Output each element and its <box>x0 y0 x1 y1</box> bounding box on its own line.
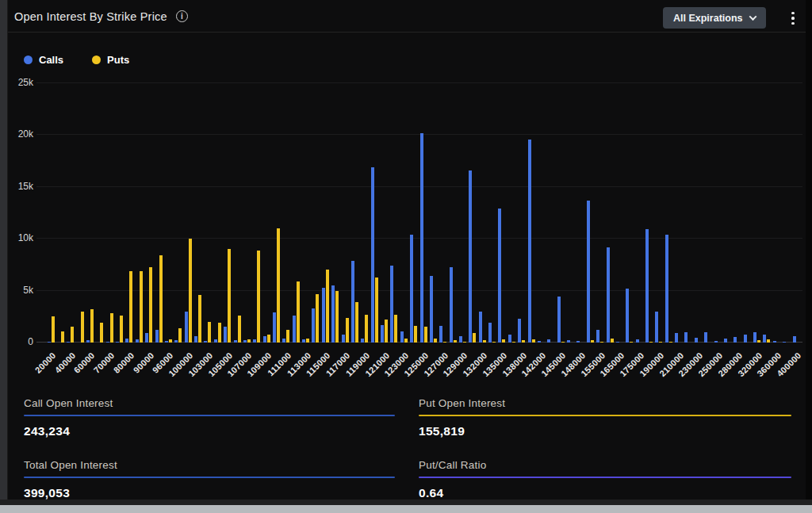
put-bar-128000 <box>454 340 457 343</box>
x-tick-60000: 60000 <box>72 350 97 375</box>
put-bar-96000 <box>169 339 172 343</box>
put-bar-65000 <box>100 323 103 343</box>
call-bar-190000 <box>655 312 658 343</box>
window-bottom-border <box>0 500 812 505</box>
call-bar-128000 <box>450 267 453 343</box>
put-bar-125000 <box>424 327 427 343</box>
legend-item-calls[interactable]: Calls <box>24 54 63 66</box>
put-bar-170000 <box>630 342 633 343</box>
call-bar-130000 <box>469 170 472 343</box>
stat-put-open-interest: Put Open Interest 155,819 <box>419 397 791 438</box>
call-bar-70000 <box>106 342 109 343</box>
put-bar-85000 <box>140 271 143 343</box>
y-tick-15k: 15k <box>10 181 33 192</box>
call-bar-107000 <box>243 340 247 343</box>
stat-label: Total Open Interest <box>24 459 395 471</box>
call-bar-155000 <box>596 330 599 343</box>
expirations-dropdown[interactable]: All Expirations <box>663 7 766 29</box>
call-bar-230000 <box>695 338 698 343</box>
window-left-edge <box>0 0 8 501</box>
info-icon[interactable]: i <box>176 10 188 22</box>
stat-label: Put Open Interest <box>419 397 791 409</box>
call-bar-100000 <box>185 312 188 343</box>
call-bar-340000 <box>763 335 766 343</box>
put-bar-111000 <box>286 330 289 343</box>
put-bar-121000 <box>385 320 388 343</box>
put-bar-117000 <box>346 318 349 343</box>
put-bar-102000 <box>198 295 201 343</box>
put-bar-130000 <box>473 333 476 343</box>
call-bar-125000 <box>420 133 423 343</box>
screenshot-stage: Open Interest By Strike Price i All Expi… <box>0 0 812 513</box>
put-bar-140000 <box>532 339 535 343</box>
put-bar-80000 <box>129 271 132 343</box>
call-bar-60000 <box>86 340 90 343</box>
window-bottom-edge <box>0 505 812 513</box>
call-bar-20000 <box>48 342 51 343</box>
put-bar-105000 <box>228 249 231 343</box>
call-bar-146000 <box>567 340 570 343</box>
call-bar-200000 <box>665 235 668 343</box>
call-bar-280000 <box>733 337 737 343</box>
call-bar-115000 <box>322 288 325 343</box>
call-bar-220000 <box>684 332 688 343</box>
put-bar-93000 <box>159 255 163 343</box>
call-bar-111000 <box>282 339 285 343</box>
put-bar-150000 <box>591 340 594 343</box>
call-bar-135000 <box>498 209 501 343</box>
call-bar-93000 <box>155 330 159 343</box>
calls-legend-dot <box>24 56 33 64</box>
call-bar-105000 <box>224 327 227 343</box>
x-tick-40000: 40000 <box>52 350 77 375</box>
put-bar-100000 <box>189 239 192 343</box>
stat-value: 399,053 <box>24 486 395 500</box>
call-bar-80000 <box>125 339 128 343</box>
put-bar-104000 <box>218 323 221 343</box>
put-bar-50000 <box>81 312 84 343</box>
call-bar-138000 <box>518 319 521 343</box>
put-bar-124000 <box>414 326 417 343</box>
more-options-button[interactable] <box>786 9 800 28</box>
call-bar-175000 <box>636 339 639 343</box>
stat-call-open-interest: Call Open Interest 243,234 <box>24 397 395 438</box>
panel-header: Open Interest By Strike Price i All Expi… <box>8 0 806 33</box>
call-bar-114000 <box>312 308 315 343</box>
put-bar-20000 <box>52 316 55 343</box>
put-bar-119000 <box>365 315 368 343</box>
call-bar-320000 <box>753 332 756 343</box>
put-bar-113000 <box>306 339 309 343</box>
call-bar-119000 <box>361 339 364 343</box>
call-bar-300000 <box>744 335 747 343</box>
call-bar-75000 <box>116 342 119 343</box>
chevron-down-icon <box>749 13 756 21</box>
put-bar-60000 <box>90 309 94 343</box>
call-bar-250000 <box>714 341 718 343</box>
y-tick-10k: 10k <box>10 232 33 243</box>
call-bar-360000 <box>773 341 776 343</box>
put-bar-107000 <box>247 339 251 343</box>
puts-legend-label: Puts <box>107 54 129 66</box>
put-bar-123000 <box>404 339 408 343</box>
call-bar-260000 <box>724 339 727 343</box>
page-title: Open Interest By Strike Price <box>14 10 167 23</box>
call-bar-123000 <box>400 331 404 343</box>
put-bar-129000 <box>463 342 466 343</box>
puts-legend-dot <box>92 56 101 64</box>
put-bar-115000 <box>326 270 329 343</box>
call-bar-124000 <box>410 235 413 343</box>
x-tick-20000: 20000 <box>33 350 58 375</box>
call-bar-85000 <box>136 339 139 343</box>
call-bar-118000 <box>351 261 354 343</box>
put-bar-340000 <box>767 339 770 343</box>
put-bar-106000 <box>238 316 241 343</box>
window-right-edge <box>806 0 812 501</box>
call-bar-148000 <box>576 341 580 343</box>
stat-value: 0.64 <box>419 486 791 500</box>
legend-item-puts[interactable]: Puts <box>92 54 129 66</box>
y-tick-20k: 20k <box>10 128 33 140</box>
put-bar-126000 <box>434 339 437 343</box>
stat-value: 155,819 <box>419 424 791 438</box>
call-bar-102000 <box>194 336 197 343</box>
put-bar-132000 <box>483 340 486 343</box>
call-bar-116000 <box>331 285 335 343</box>
